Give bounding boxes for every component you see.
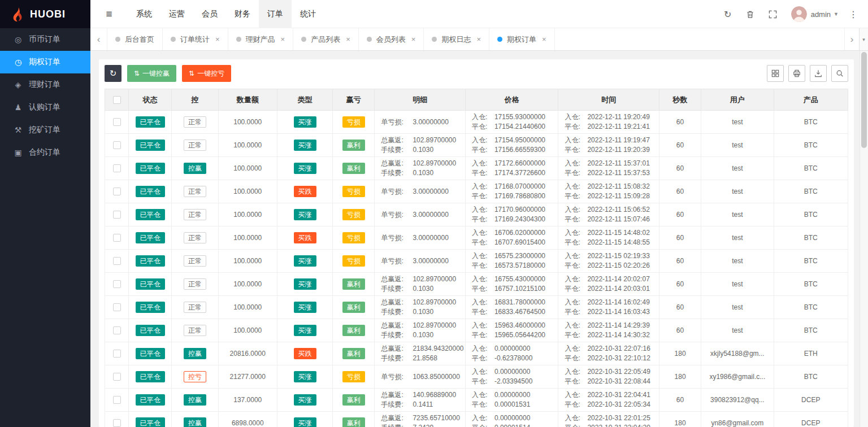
- topnav-item[interactable]: 财务: [226, 0, 259, 28]
- tabs-dropdown-icon[interactable]: ▾: [859, 28, 868, 50]
- tab-close-icon[interactable]: ×: [542, 35, 546, 43]
- control-badge[interactable]: 正常: [184, 232, 206, 243]
- tab[interactable]: 后台首页: [107, 28, 163, 50]
- status-badge: 已平仓: [136, 302, 165, 313]
- control-badge[interactable]: 正常: [184, 186, 206, 197]
- row-checkbox[interactable]: [113, 211, 121, 219]
- row-checkbox[interactable]: [113, 234, 121, 242]
- control-badge[interactable]: 正常: [184, 209, 206, 220]
- brand-logo[interactable]: HUOBI: [0, 0, 90, 28]
- chevron-down-icon[interactable]: ▼: [834, 11, 839, 17]
- seconds-cell: 60: [659, 389, 701, 412]
- row-checkbox[interactable]: [113, 350, 121, 358]
- print-icon[interactable]: [788, 65, 805, 82]
- row-checkbox[interactable]: [113, 118, 121, 126]
- control-badge[interactable]: 正常: [184, 255, 206, 267]
- force-lose-button[interactable]: ⇅ 一键控亏: [182, 65, 231, 82]
- force-win-button[interactable]: ⇅ 一键控赢: [127, 65, 176, 82]
- row-checkbox[interactable]: [113, 280, 121, 288]
- control-badge[interactable]: 正常: [184, 116, 206, 128]
- scrollbar-thumb[interactable]: [861, 52, 867, 148]
- status-cell: 已平仓: [129, 111, 172, 134]
- kv-line: 单亏损:3.00000000: [381, 117, 462, 127]
- topnav-item[interactable]: 系统: [128, 0, 160, 28]
- topnav-item[interactable]: 统计: [292, 0, 324, 28]
- row-checkbox[interactable]: [113, 141, 121, 149]
- tab[interactable]: 理财产品 ×: [228, 28, 294, 50]
- kv-line: 平仓:2022-11-15 02:20:26: [565, 261, 657, 271]
- control-badge[interactable]: 控赢: [184, 417, 206, 427]
- control-badge[interactable]: 正常: [184, 302, 206, 313]
- result-cell: 赢利: [333, 157, 375, 180]
- sidebar-menu: ◎ 币币订单 ◷ 期权订单 ◈ 理财订单 ♟ 认购订单 ⚒ 挖矿订单 ▣ 合约订…: [0, 28, 90, 164]
- sidebar-item[interactable]: ◎ 币币订单: [0, 28, 90, 51]
- control-badge[interactable]: 控赢: [184, 163, 206, 174]
- row-checkbox[interactable]: [113, 419, 121, 427]
- type-cell: 买跌: [277, 342, 332, 365]
- control-badge[interactable]: 正常: [184, 140, 206, 151]
- row-checkbox[interactable]: [113, 164, 121, 172]
- trash-icon[interactable]: [739, 0, 762, 28]
- tabs-scroll-right-icon[interactable]: ›: [844, 28, 859, 50]
- control-badge[interactable]: 正常: [184, 278, 206, 290]
- columns-icon[interactable]: [767, 65, 784, 82]
- status-badge: 已平仓: [136, 394, 165, 406]
- app-window: HUOBI ≡ 系统 运营 会员 财务 订单 统计 ↻ admin ▼: [0, 0, 868, 427]
- kv-line: 平仓:2022-11-15 14:48:55: [565, 238, 657, 247]
- tab[interactable]: 期权订单 ×: [489, 28, 555, 50]
- tab-close-icon[interactable]: ×: [215, 35, 220, 43]
- kv-label: 单亏损:: [381, 210, 408, 220]
- kv-label: 入仓:: [565, 251, 583, 261]
- product-cell: BTC: [774, 134, 848, 157]
- control-badge[interactable]: 控赢: [184, 348, 206, 359]
- kv-label: 平仓:: [565, 377, 583, 386]
- control-badge[interactable]: 控亏: [184, 371, 206, 382]
- row-checkbox[interactable]: [113, 326, 121, 334]
- tab[interactable]: 期权日志 ×: [424, 28, 489, 50]
- username[interactable]: admin: [811, 10, 831, 19]
- result-cell: 亏损: [333, 226, 375, 250]
- product-cell: BTC: [774, 365, 848, 389]
- tab-close-icon[interactable]: ×: [281, 35, 285, 43]
- topnav-item[interactable]: 运营: [160, 0, 193, 28]
- tab-close-icon[interactable]: ×: [346, 35, 350, 43]
- export-icon[interactable]: [810, 65, 827, 82]
- row-checkbox[interactable]: [113, 303, 121, 311]
- page-scrollbar[interactable]: [860, 51, 868, 427]
- refresh-table-button[interactable]: ↻: [105, 65, 121, 82]
- kv-value: 17169.78680800: [494, 191, 545, 201]
- search-icon[interactable]: [831, 65, 848, 82]
- kv-line: 手续费:0.1030: [381, 284, 462, 294]
- row-checkbox[interactable]: [113, 373, 121, 381]
- tab-close-icon[interactable]: ×: [476, 35, 481, 43]
- tab[interactable]: 订单统计 ×: [163, 28, 228, 50]
- hamburger-icon[interactable]: ≡: [90, 0, 128, 28]
- result-badge: 赢利: [342, 163, 365, 174]
- refresh-icon[interactable]: ↻: [717, 0, 739, 28]
- select-all-checkbox[interactable]: [113, 96, 121, 104]
- control-badge[interactable]: 正常: [184, 325, 206, 336]
- topnav-item[interactable]: 订单: [259, 0, 292, 28]
- fullscreen-icon[interactable]: [762, 0, 784, 28]
- tabs-scroll-left-icon[interactable]: ‹: [90, 28, 107, 50]
- kv-line: 平仓:2022-11-14 20:03:01: [565, 284, 657, 294]
- sidebar-item[interactable]: ◷ 期权订单: [0, 51, 90, 73]
- row-checkbox[interactable]: [113, 257, 121, 265]
- sidebar-item[interactable]: ◈ 理财订单: [0, 73, 90, 96]
- kv-value: 0.00001531: [494, 400, 530, 409]
- tab-close-icon[interactable]: ×: [411, 35, 416, 43]
- sidebar-item[interactable]: ⚒ 挖矿订单: [0, 119, 90, 141]
- row-checkbox[interactable]: [113, 188, 121, 195]
- topnav-item[interactable]: 会员: [193, 0, 226, 28]
- control-badge[interactable]: 控赢: [184, 394, 206, 406]
- kebab-menu-icon[interactable]: ⋮: [844, 9, 862, 20]
- sidebar-item[interactable]: ♟ 认购订单: [0, 96, 90, 119]
- avatar[interactable]: [791, 6, 807, 22]
- tab[interactable]: 产品列表 ×: [293, 28, 359, 50]
- row-checkbox[interactable]: [113, 396, 121, 404]
- kv-value: 0.1030: [413, 307, 433, 317]
- tab[interactable]: 会员列表 ×: [359, 28, 424, 50]
- sidebar-item-label: 认购订单: [29, 102, 60, 112]
- table-row: 已平仓 正常 100.0000 买涨 赢利 总赢返:102.89700000手续…: [105, 134, 848, 157]
- sidebar-item[interactable]: ▣ 合约订单: [0, 141, 90, 164]
